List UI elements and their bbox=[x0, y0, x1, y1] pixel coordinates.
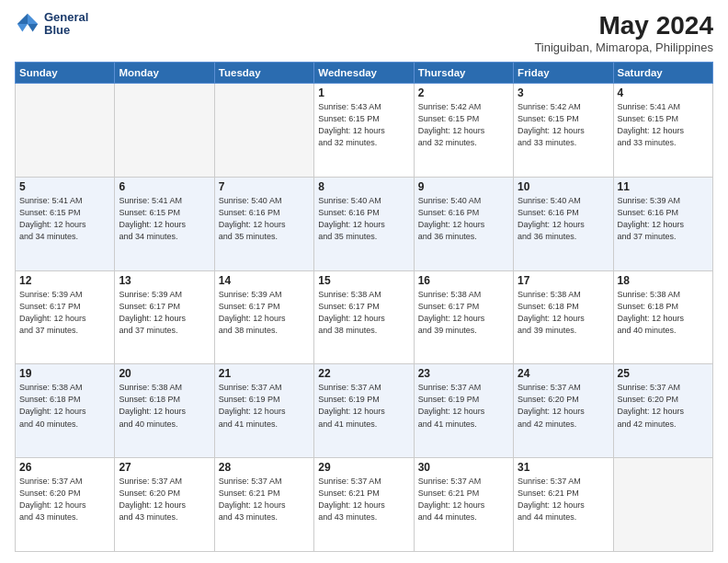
day-info: Sunrise: 5:37 AM Sunset: 6:20 PM Dayligh… bbox=[119, 476, 210, 523]
day-info: Sunrise: 5:38 AM Sunset: 6:17 PM Dayligh… bbox=[418, 289, 509, 337]
day-number: 12 bbox=[19, 274, 110, 287]
day-number: 31 bbox=[518, 461, 609, 474]
day-number: 11 bbox=[618, 180, 709, 193]
day-info: Sunrise: 5:39 AM Sunset: 6:17 PM Dayligh… bbox=[119, 289, 210, 337]
table-row: 27Sunrise: 5:37 AM Sunset: 6:20 PM Dayli… bbox=[115, 458, 214, 552]
day-number: 18 bbox=[618, 274, 709, 287]
day-number: 22 bbox=[318, 367, 409, 380]
day-number: 25 bbox=[618, 367, 709, 380]
table-row: 12Sunrise: 5:39 AM Sunset: 6:17 PM Dayli… bbox=[16, 270, 115, 364]
day-number: 27 bbox=[119, 461, 210, 474]
day-info: Sunrise: 5:41 AM Sunset: 6:15 PM Dayligh… bbox=[119, 195, 210, 243]
col-saturday: Saturday bbox=[613, 63, 712, 84]
day-number: 2 bbox=[418, 86, 509, 99]
svg-marker-0 bbox=[28, 14, 38, 24]
col-friday: Friday bbox=[514, 63, 613, 84]
table-row: 17Sunrise: 5:38 AM Sunset: 6:18 PM Dayli… bbox=[514, 270, 613, 364]
day-number: 9 bbox=[418, 180, 509, 193]
table-row bbox=[115, 84, 214, 178]
day-number: 16 bbox=[418, 274, 509, 287]
logo-icon bbox=[15, 11, 40, 37]
logo: General Blue bbox=[15, 11, 88, 38]
table-row: 10Sunrise: 5:40 AM Sunset: 6:16 PM Dayli… bbox=[514, 177, 613, 270]
col-sunday: Sunday bbox=[16, 63, 115, 84]
day-number: 8 bbox=[318, 180, 409, 193]
day-info: Sunrise: 5:37 AM Sunset: 6:19 PM Dayligh… bbox=[418, 382, 509, 430]
calendar-table: Sunday Monday Tuesday Wednesday Thursday… bbox=[15, 62, 713, 552]
day-info: Sunrise: 5:38 AM Sunset: 6:18 PM Dayligh… bbox=[518, 289, 609, 337]
header: General Blue May 2024 Tiniguiban, Mimaro… bbox=[15, 11, 713, 54]
day-number: 29 bbox=[318, 461, 409, 474]
day-info: Sunrise: 5:37 AM Sunset: 6:21 PM Dayligh… bbox=[318, 476, 409, 523]
day-number: 7 bbox=[219, 180, 310, 193]
col-wednesday: Wednesday bbox=[314, 63, 414, 84]
day-number: 26 bbox=[19, 461, 110, 474]
day-info: Sunrise: 5:41 AM Sunset: 6:15 PM Dayligh… bbox=[19, 195, 110, 243]
day-number: 30 bbox=[418, 461, 509, 474]
table-row: 22Sunrise: 5:37 AM Sunset: 6:19 PM Dayli… bbox=[314, 364, 414, 458]
title-block: May 2024 Tiniguiban, Mimaropa, Philippin… bbox=[534, 11, 713, 54]
day-info: Sunrise: 5:37 AM Sunset: 6:21 PM Dayligh… bbox=[518, 476, 609, 523]
table-row: 20Sunrise: 5:38 AM Sunset: 6:18 PM Dayli… bbox=[115, 364, 214, 458]
svg-marker-1 bbox=[28, 24, 38, 31]
logo-line2: Blue bbox=[44, 24, 88, 37]
day-info: Sunrise: 5:37 AM Sunset: 6:20 PM Dayligh… bbox=[518, 382, 609, 430]
day-info: Sunrise: 5:37 AM Sunset: 6:20 PM Dayligh… bbox=[618, 382, 709, 430]
table-row: 13Sunrise: 5:39 AM Sunset: 6:17 PM Dayli… bbox=[115, 270, 214, 364]
table-row: 11Sunrise: 5:39 AM Sunset: 6:16 PM Dayli… bbox=[613, 177, 712, 270]
col-thursday: Thursday bbox=[414, 63, 513, 84]
day-info: Sunrise: 5:39 AM Sunset: 6:17 PM Dayligh… bbox=[19, 289, 110, 337]
col-monday: Monday bbox=[115, 63, 214, 84]
day-info: Sunrise: 5:40 AM Sunset: 6:16 PM Dayligh… bbox=[318, 195, 409, 243]
svg-marker-3 bbox=[17, 24, 28, 31]
calendar-week-row: 1Sunrise: 5:43 AM Sunset: 6:15 PM Daylig… bbox=[16, 84, 713, 178]
day-info: Sunrise: 5:39 AM Sunset: 6:17 PM Dayligh… bbox=[219, 289, 310, 337]
day-number: 5 bbox=[19, 180, 110, 193]
logo-line1: General bbox=[44, 11, 88, 24]
calendar-title: May 2024 bbox=[534, 11, 713, 40]
table-row: 1Sunrise: 5:43 AM Sunset: 6:15 PM Daylig… bbox=[314, 84, 414, 178]
day-info: Sunrise: 5:38 AM Sunset: 6:18 PM Dayligh… bbox=[19, 382, 110, 430]
table-row: 3Sunrise: 5:42 AM Sunset: 6:15 PM Daylig… bbox=[514, 84, 613, 178]
day-info: Sunrise: 5:38 AM Sunset: 6:17 PM Dayligh… bbox=[318, 289, 409, 337]
table-row: 2Sunrise: 5:42 AM Sunset: 6:15 PM Daylig… bbox=[414, 84, 513, 178]
day-info: Sunrise: 5:39 AM Sunset: 6:16 PM Dayligh… bbox=[618, 195, 709, 243]
calendar-week-row: 26Sunrise: 5:37 AM Sunset: 6:20 PM Dayli… bbox=[16, 458, 713, 552]
day-info: Sunrise: 5:40 AM Sunset: 6:16 PM Dayligh… bbox=[219, 195, 310, 243]
day-info: Sunrise: 5:43 AM Sunset: 6:15 PM Dayligh… bbox=[318, 101, 409, 149]
day-info: Sunrise: 5:40 AM Sunset: 6:16 PM Dayligh… bbox=[518, 195, 609, 243]
calendar-subtitle: Tiniguiban, Mimaropa, Philippines bbox=[534, 40, 713, 54]
day-info: Sunrise: 5:42 AM Sunset: 6:15 PM Dayligh… bbox=[518, 101, 609, 149]
day-number: 13 bbox=[119, 274, 210, 287]
table-row: 6Sunrise: 5:41 AM Sunset: 6:15 PM Daylig… bbox=[115, 177, 214, 270]
table-row: 28Sunrise: 5:37 AM Sunset: 6:21 PM Dayli… bbox=[214, 458, 313, 552]
table-row: 18Sunrise: 5:38 AM Sunset: 6:18 PM Dayli… bbox=[613, 270, 712, 364]
table-row: 14Sunrise: 5:39 AM Sunset: 6:17 PM Dayli… bbox=[214, 270, 313, 364]
table-row: 19Sunrise: 5:38 AM Sunset: 6:18 PM Dayli… bbox=[16, 364, 115, 458]
calendar-week-row: 19Sunrise: 5:38 AM Sunset: 6:18 PM Dayli… bbox=[16, 364, 713, 458]
day-number: 28 bbox=[219, 461, 310, 474]
calendar-header-row: Sunday Monday Tuesday Wednesday Thursday… bbox=[16, 63, 713, 84]
day-number: 24 bbox=[518, 367, 609, 380]
col-tuesday: Tuesday bbox=[214, 63, 313, 84]
day-number: 21 bbox=[219, 367, 310, 380]
day-number: 20 bbox=[119, 367, 210, 380]
table-row: 5Sunrise: 5:41 AM Sunset: 6:15 PM Daylig… bbox=[16, 177, 115, 270]
day-number: 17 bbox=[518, 274, 609, 287]
table-row: 7Sunrise: 5:40 AM Sunset: 6:16 PM Daylig… bbox=[214, 177, 313, 270]
table-row: 30Sunrise: 5:37 AM Sunset: 6:21 PM Dayli… bbox=[414, 458, 513, 552]
page: General Blue May 2024 Tiniguiban, Mimaro… bbox=[0, 0, 728, 563]
day-info: Sunrise: 5:42 AM Sunset: 6:15 PM Dayligh… bbox=[418, 101, 509, 149]
table-row: 4Sunrise: 5:41 AM Sunset: 6:15 PM Daylig… bbox=[613, 84, 712, 178]
day-number: 15 bbox=[318, 274, 409, 287]
day-info: Sunrise: 5:40 AM Sunset: 6:16 PM Dayligh… bbox=[418, 195, 509, 243]
day-number: 14 bbox=[219, 274, 310, 287]
day-number: 10 bbox=[518, 180, 609, 193]
table-row: 26Sunrise: 5:37 AM Sunset: 6:20 PM Dayli… bbox=[16, 458, 115, 552]
svg-marker-2 bbox=[17, 14, 28, 24]
table-row: 31Sunrise: 5:37 AM Sunset: 6:21 PM Dayli… bbox=[514, 458, 613, 552]
day-info: Sunrise: 5:37 AM Sunset: 6:19 PM Dayligh… bbox=[318, 382, 409, 430]
day-info: Sunrise: 5:37 AM Sunset: 6:21 PM Dayligh… bbox=[418, 476, 509, 523]
table-row: 16Sunrise: 5:38 AM Sunset: 6:17 PM Dayli… bbox=[414, 270, 513, 364]
day-info: Sunrise: 5:38 AM Sunset: 6:18 PM Dayligh… bbox=[119, 382, 210, 430]
